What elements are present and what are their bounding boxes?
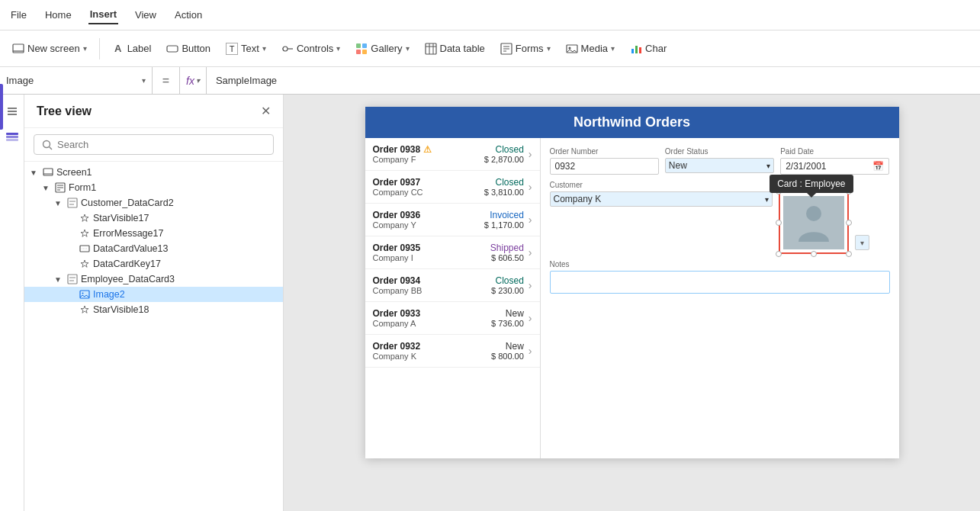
tree-search-wrapper[interactable] [34,134,274,155]
order-arrow-0932: › [529,345,532,357]
menu-insert[interactable]: Insert [88,5,118,24]
handle-bc[interactable] [811,251,817,257]
starvisible18-label: StarVisible18 [93,304,283,315]
starvisible17-label: StarVisible17 [93,213,283,223]
tree-node-image2[interactable]: ▶ Image2 [24,287,283,302]
employee-image-box[interactable] [779,191,849,254]
gallery-button[interactable]: Gallery ▾ [349,40,415,58]
menu-file[interactable]: File [9,6,28,24]
star-icon-sv17 [79,213,90,223]
order-num-0935: Order 0935 [373,243,490,253]
data-table-label: Data table [440,43,485,54]
order-item-0933[interactable]: Order 0933 Company A New $ 736.00 › [365,302,540,335]
handle-br[interactable] [846,251,852,257]
customer-label: Customer [550,181,773,189]
text-icon: T [226,43,238,55]
svg-rect-28 [6,133,18,135]
forms-icon [500,43,512,55]
forms-button[interactable]: Forms ▾ [494,40,557,58]
menu-action[interactable]: Action [173,6,204,24]
svg-point-19 [568,47,570,49]
svg-rect-9 [362,50,367,54]
order-arrow-0934: › [529,279,532,291]
order-status-0936: Invoiced [484,210,524,220]
app-preview: Northwind Orders Order 0938 ⚠ Company F [365,107,899,458]
media-button[interactable]: Media ▾ [560,40,621,58]
tree-node-employee-datacard3[interactable]: ▼ Employee_DataCard3 [24,272,283,287]
tree-arrow-emp: ▼ [52,275,64,284]
text-label: Text [241,43,259,54]
order-company-0936: Company Y [373,220,484,230]
order-item-0934[interactable]: Order 0934 Company BB Closed $ 230.00 › [365,269,540,302]
layers-icon[interactable] [3,128,21,146]
order-amount-0938: $ 2,870.00 [484,155,524,164]
tree-close-button[interactable]: ✕ [261,104,271,118]
menu-home[interactable]: Home [43,6,73,24]
formula-equals: = [153,67,180,94]
tree-node-starvisible17[interactable]: ▶ StarVisible17 [24,211,283,226]
tree-node-errormessage17[interactable]: ▶ ErrorMessage17 [24,226,283,241]
formula-fx-label: fx [186,75,194,87]
employee-dd-arrow: ▾ [860,239,864,247]
handle-bl[interactable] [776,251,782,257]
label-label: Label [127,43,152,54]
formula-selector-value: Image [6,75,34,86]
formula-fx-button[interactable]: fx ▾ [180,67,207,94]
formula-value-input[interactable]: SampleImage [207,75,980,86]
formula-selector[interactable]: Image ▾ [0,67,153,94]
tree-arrow-form1: ▼ [40,184,52,192]
order-item-0937[interactable]: Order 0937 Company CC Closed $ 3,810.00 … [365,171,540,204]
order-arrow-0937: › [529,181,532,193]
new-screen-button[interactable]: New screen ▾ [6,40,93,58]
tree-node-screen1[interactable]: ▼ Screen1 [24,165,283,180]
order-detail-panel: Card : Employee Order Number 0932 Order … [541,138,899,458]
order-item-0935[interactable]: Order 0935 Company I Shipped $ 606.50 › [365,236,540,269]
tree-node-datacardkey17[interactable]: ▶ DataCardKey17 [24,256,283,272]
search-input[interactable] [57,139,265,150]
tree-node-form1[interactable]: ▼ Form1 [24,180,283,195]
svg-rect-6 [356,43,361,48]
handle-ml[interactable] [776,220,782,226]
order-arrow-0935: › [529,246,532,259]
controls-icon [281,43,294,55]
data-table-button[interactable]: Data table [419,40,491,58]
order-item-0936[interactable]: Order 0936 Company Y Invoiced $ 1,170.00… [365,204,540,236]
menu-view[interactable]: View [133,6,158,24]
notes-input[interactable] [550,271,890,294]
detail-row-3: Notes [550,260,890,294]
button-button[interactable]: Button [160,40,217,58]
tree-node-customer-datacard2[interactable]: ▼ Customer_DataCard2 [24,195,283,211]
order-status-dropdown[interactable]: New ▾ [665,158,774,173]
order-arrow-0933: › [529,312,532,324]
order-company-0934: Company BB [373,286,492,295]
tree-node-starvisible18[interactable]: ▶ StarVisible18 [24,302,283,317]
order-company-0932: Company K [373,352,492,361]
text-button[interactable]: T Text ▾ [220,40,272,58]
star-icon-dck17 [79,259,90,269]
order-status-arrow: ▾ [766,162,770,170]
order-item-0938[interactable]: Order 0938 ⚠ Company F Closed $ 2,870.00… [365,138,540,171]
tree-node-datacardvalue13[interactable]: ▶ DataCardValue13 [24,241,283,256]
new-screen-label: New screen [27,43,80,54]
controls-button[interactable]: Controls ▾ [275,40,346,58]
order-company-0937: Company CC [373,188,484,197]
input-icon-dcv13 [79,243,90,254]
handle-mr[interactable] [846,220,852,226]
forms-chevron: ▾ [547,44,551,53]
order-arrow-0938: › [529,148,532,160]
employee-datacard3-label: Employee_DataCard3 [81,274,283,284]
gallery-icon [355,43,368,55]
customer-dropdown[interactable]: Company K ▾ [550,191,773,207]
order-item-0932[interactable]: Order 0932 Company K New $ 800.00 › [365,335,540,368]
employee-dropdown-btn[interactable]: ▾ [855,235,869,250]
svg-line-30 [50,146,53,149]
order-amount-0932: $ 800.00 [491,352,524,361]
chart-button[interactable]: Char [624,40,673,58]
datacard-icon-emp [67,274,78,284]
hamburger-button[interactable] [2,101,23,122]
paid-date-field: Paid Date 2/31/2001 📅 [780,147,889,175]
label-button[interactable]: A Label [106,40,158,58]
data-table-icon [425,43,437,55]
order-number-field: Order Number 0932 [550,147,659,175]
star-icon-em17 [79,228,90,239]
